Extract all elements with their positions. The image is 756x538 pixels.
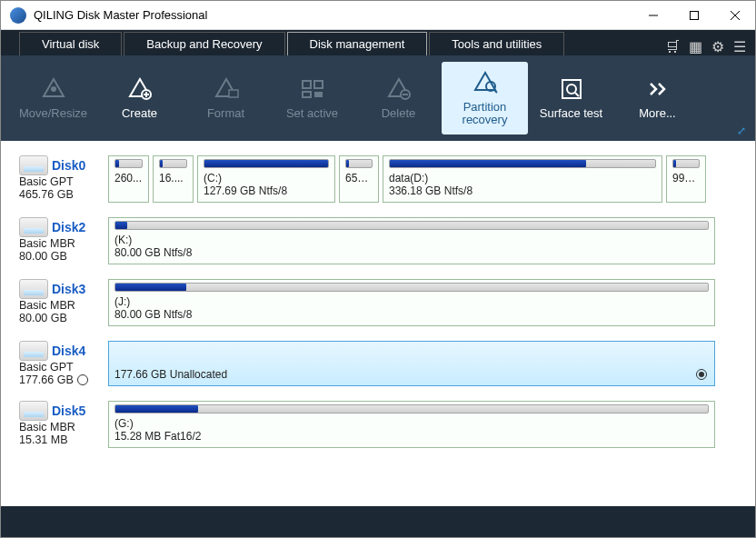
disk-icon — [19, 217, 48, 237]
tool-label: Format — [207, 107, 244, 120]
svg-point-5 — [51, 86, 56, 92]
partition-label: (K:) — [114, 234, 709, 246]
disk-size: 80.00 GB — [19, 312, 67, 324]
usage-bar — [114, 283, 709, 292]
tool-partition[interactable]: Partitionrecovery — [442, 62, 528, 134]
tool-move: Move/Resize — [10, 62, 96, 134]
disk-label-block[interactable]: Disk5Basic MBR15.31 MB — [19, 401, 103, 448]
disk-size: 177.66 GB — [19, 374, 74, 386]
tab-backup-recovery[interactable]: Backup and Recovery — [124, 32, 284, 55]
usage-bar — [672, 159, 700, 168]
disk-row: Disk5Basic MBR15.31 MB(G:)15.28 MB Fat16… — [19, 401, 739, 448]
disk-type: Basic GPT — [19, 175, 103, 188]
disk-row: Disk3Basic MBR80.00 GB(J:)80.00 GB Ntfs/… — [19, 279, 739, 326]
disk-icon — [19, 279, 48, 299]
main-tabs: Virtual disk Backup and Recovery Disk ma… — [1, 30, 755, 55]
partition-info: 80.00 GB Ntfs/8 — [114, 308, 709, 323]
partition-info: 16.... — [159, 172, 187, 186]
tool-label: Partitionrecovery — [463, 101, 508, 127]
svg-rect-14 — [303, 92, 311, 97]
tab-virtual-disk[interactable]: Virtual disk — [19, 32, 122, 55]
partition-info: 260... — [114, 172, 143, 186]
maximize-button[interactable] — [673, 1, 714, 30]
disk-size: 465.76 GB — [19, 188, 74, 201]
disk-row: Disk4Basic GPT177.66 GB177.66 GB Unalloc… — [19, 341, 739, 386]
disk-size: 15.31 MB — [19, 433, 68, 446]
disk-name: Disk5 — [52, 404, 85, 418]
disk-label-block[interactable]: Disk0Basic GPT465.76 GB — [19, 155, 103, 203]
status-bar — [1, 506, 755, 537]
partition-label: (G:) — [114, 417, 709, 430]
partition[interactable]: (G:)15.28 MB Fat16/2 — [108, 401, 715, 448]
disk-size: 80.00 GB — [19, 250, 67, 263]
tab-disk-management[interactable]: Disk management — [287, 32, 428, 55]
tool-label: Create — [122, 107, 157, 120]
tool-icon — [645, 76, 671, 102]
tool-label: Set active — [286, 107, 338, 120]
partition-info: 15.28 MB Fat16/2 — [114, 430, 709, 444]
partition[interactable]: 653... — [339, 155, 379, 203]
tab-tools-utilities[interactable]: Tools and utilities — [429, 32, 564, 55]
disk-label-block[interactable]: Disk3Basic MBR80.00 GB — [19, 279, 103, 326]
close-button[interactable] — [714, 1, 755, 30]
disk-icon — [19, 155, 48, 175]
usage-bar — [114, 221, 709, 230]
disk-type: Basic MBR — [19, 421, 103, 433]
disk-row: Disk0Basic GPT465.76 GB260...16....(C:)1… — [19, 155, 739, 203]
minimize-button[interactable] — [632, 1, 673, 30]
disk-name: Disk2 — [52, 220, 85, 234]
svg-line-24 — [575, 93, 579, 96]
disk-list[interactable]: Disk0Basic GPT465.76 GB260...16....(C:)1… — [1, 141, 755, 506]
expand-icon[interactable]: ⤢ — [737, 125, 746, 137]
partition[interactable]: data(D:)336.18 GB Ntfs/8 — [383, 155, 662, 203]
disk-type: Basic MBR — [19, 237, 103, 250]
settings-icon[interactable]: ⚙ — [711, 38, 724, 55]
partition[interactable]: (K:)80.00 GB Ntfs/8 — [108, 217, 715, 264]
tool-label: Surface test — [540, 107, 602, 120]
tool-label: Delete — [382, 107, 416, 120]
tool-delete: Delete — [355, 62, 442, 134]
tool-icon — [127, 76, 153, 102]
tool-icon — [214, 76, 239, 102]
partition[interactable]: 16.... — [153, 155, 194, 203]
disk-name: Disk4 — [52, 344, 85, 358]
partition[interactable]: 260... — [108, 155, 149, 203]
tool-create[interactable]: Create — [96, 62, 183, 134]
svg-rect-15 — [314, 92, 323, 97]
disk-type: Basic GPT — [19, 361, 103, 374]
partitions: 260...16....(C:)127.69 GB Ntfs/8653...da… — [108, 155, 739, 203]
cart-icon[interactable]: 🛒︎ — [665, 39, 680, 55]
tool-more[interactable]: More... — [614, 62, 701, 134]
disk-type: Basic MBR — [19, 299, 103, 312]
partition[interactable]: (J:)80.00 GB Ntfs/8 — [108, 279, 715, 326]
svg-line-21 — [494, 90, 497, 93]
tool-icon — [472, 70, 498, 95]
action-toolbar: Move/ResizeCreateFormatSet activeDeleteP… — [1, 55, 755, 141]
partition[interactable]: 995... — [666, 155, 706, 203]
tool-format: Format — [183, 62, 269, 134]
usage-bar — [389, 159, 656, 168]
menu-icon[interactable]: ☰ — [733, 38, 746, 55]
disk-icon — [19, 341, 48, 361]
disk-label-block[interactable]: Disk2Basic MBR80.00 GB — [19, 217, 103, 264]
partitions: (G:)15.28 MB Fat16/2 — [108, 401, 739, 448]
disk-label-block[interactable]: Disk4Basic GPT177.66 GB — [19, 341, 103, 386]
tool-icon — [559, 76, 584, 102]
partition[interactable]: 177.66 GB Unallocated — [108, 341, 715, 386]
tool-label: More... — [639, 107, 675, 120]
svg-rect-13 — [314, 81, 323, 88]
partitions: 177.66 GB Unallocated — [108, 341, 739, 386]
disk-icon — [19, 401, 48, 421]
partition-label: (C:) — [204, 172, 329, 184]
tool-icon — [41, 76, 66, 102]
partition-label: (J:) — [114, 295, 709, 308]
partition-info: 336.18 GB Ntfs/8 — [389, 184, 656, 199]
radio-selected-icon — [696, 369, 707, 380]
tabs-right-icons: 🛒︎ ▦ ⚙ ☰ — [665, 38, 755, 55]
partition-info: 177.66 GB Unallocated — [114, 368, 709, 383]
partition[interactable]: (C:)127.69 GB Ntfs/8 — [197, 155, 335, 203]
tool-surface[interactable]: Surface test — [528, 62, 614, 134]
usage-bar — [345, 159, 373, 168]
list-icon[interactable]: ▦ — [689, 38, 702, 55]
partition-label: data(D:) — [389, 172, 656, 184]
